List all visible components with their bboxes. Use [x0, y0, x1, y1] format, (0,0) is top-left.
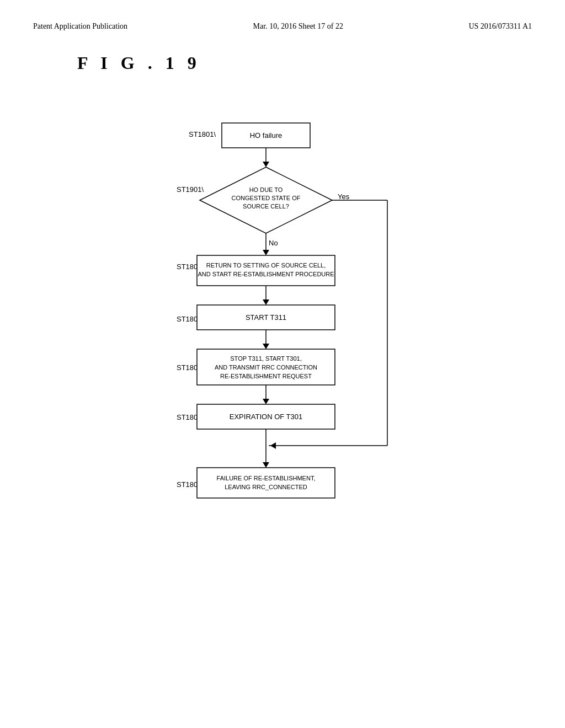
header-date-sheet: Mar. 10, 2016 Sheet 17 of 22: [253, 22, 343, 31]
svg-marker-5: [263, 250, 269, 255]
label-st1801: ST1801\: [189, 130, 216, 138]
text-st1802-2: AND START RE-ESTABLISHMENT PROCEDURE: [198, 271, 334, 277]
diagram-container: ST1801\ HO failure ST1901\ HO DUE TO CON…: [33, 101, 532, 597]
svg-marker-11: [263, 344, 269, 349]
text-st1901-2: CONGESTED STATE OF: [232, 195, 301, 201]
text-st1901-3: SOURCE CELL?: [243, 203, 289, 210]
svg-marker-8: [263, 299, 269, 305]
svg-marker-20: [270, 442, 276, 449]
text-st1805: EXPIRATION OF T301: [230, 413, 302, 421]
header: Patent Application Publication Mar. 10, …: [33, 22, 532, 31]
no-label: No: [269, 239, 278, 247]
text-st1802-1: RETURN TO SETTING OF SOURCE CELL,: [206, 262, 326, 269]
yes-label: Yes: [338, 192, 350, 201]
text-st1804-2: AND TRANSMIT RRC CONNECTION: [215, 364, 317, 371]
label-st1901: ST1901\: [177, 185, 204, 194]
svg-marker-2: [263, 162, 269, 167]
text-st1806-1: FAILURE OF RE-ESTABLISHMENT,: [217, 475, 316, 481]
header-patent-number: US 2016/073311 A1: [468, 22, 532, 31]
svg-rect-23: [197, 468, 335, 498]
text-st1801: HO failure: [250, 131, 282, 140]
text-st1806-2: LEAVING RRC_CONNECTED: [225, 484, 307, 490]
header-publication-label: Patent Application Publication: [33, 22, 127, 31]
svg-marker-14: [263, 399, 269, 404]
svg-marker-22: [263, 462, 269, 468]
text-st1804-3: RE-ESTABLISHMENT REQUEST: [220, 373, 312, 379]
text-st1901-1: HO DUE TO: [249, 186, 283, 193]
text-st1803: START T311: [246, 313, 286, 322]
text-st1804-1: STOP T311, START T301,: [230, 355, 301, 362]
flowchart-svg: ST1801\ HO failure ST1901\ HO DUE TO CON…: [95, 101, 470, 597]
figure-title: F I G . 1 9: [77, 53, 532, 73]
page: Patent Application Publication Mar. 10, …: [0, 0, 565, 728]
